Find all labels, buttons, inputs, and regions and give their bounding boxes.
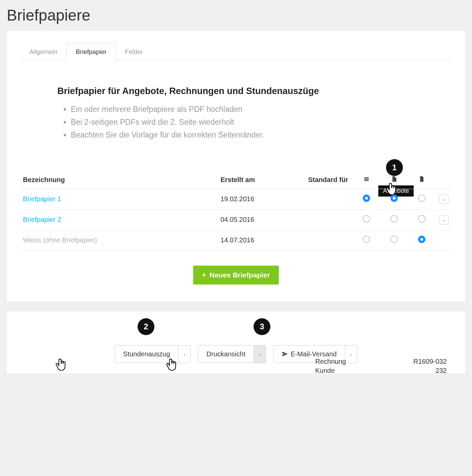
row-name-link[interactable]: Briefpapier 1 xyxy=(23,195,61,203)
col-standard: Standard für xyxy=(305,171,353,189)
tabs: Allgemein Briefpapier Felder xyxy=(20,43,452,61)
vorlage-link[interactable]: Vorlage xyxy=(131,130,158,139)
stundenauszug-button[interactable]: Stundenauszug ⌄ xyxy=(115,345,190,363)
intro-bullet: Ein oder mehrere Briefpapiere als PDF ho… xyxy=(71,104,354,115)
table-row: Weiss (ohne Briefpapier) 14.07.2016 xyxy=(20,230,452,250)
col-icon-stack xyxy=(353,171,380,189)
paper-plane-icon xyxy=(282,351,288,357)
intro-bullet: Beachten Sie die Vorlage für die korrekt… xyxy=(71,129,354,140)
tab-briefpapier[interactable]: Briefpapier xyxy=(66,43,116,61)
info-key: Rechnung xyxy=(315,358,346,365)
table-row: Briefpapier 1 19.02.2016 ⌄ xyxy=(20,189,452,209)
table-row: Briefpapier 2 04.05.2016 ⌄ xyxy=(20,209,452,230)
page-title: Briefpapiere xyxy=(0,0,472,31)
col-icon-offer xyxy=(380,171,408,189)
row-actions-toggle[interactable]: ⌄ xyxy=(439,195,448,204)
row-name-link[interactable]: Briefpapier 2 xyxy=(23,216,61,223)
radio-stack[interactable] xyxy=(363,195,370,202)
annotation-badge-2: 2 xyxy=(138,318,154,335)
stack-icon xyxy=(363,176,370,182)
druckansicht-button[interactable]: Druckansicht ⌄ xyxy=(198,345,266,363)
tab-allgemein[interactable]: Allgemein xyxy=(20,43,66,61)
plus-icon: + xyxy=(202,271,206,279)
row-created: 04.05.2016 xyxy=(218,209,305,230)
row-actions-toggle[interactable]: ⌄ xyxy=(439,215,448,225)
info-value: R1609-032 xyxy=(413,358,447,365)
radio-file[interactable] xyxy=(418,236,425,243)
radio-offer[interactable] xyxy=(390,236,398,243)
button-label: Druckansicht xyxy=(198,346,254,363)
briefpapier-card: Allgemein Briefpapier Felder Briefpapier… xyxy=(7,31,465,301)
button-label: Stundenauszug xyxy=(115,346,178,363)
radio-offer[interactable] xyxy=(390,215,398,222)
info-value: 232 xyxy=(436,367,447,373)
invoice-info: Rechnung R1609-032 Kunde 232 xyxy=(315,358,447,373)
chevron-down-icon[interactable]: ⌄ xyxy=(178,346,190,363)
briefpapier-table: Bezeichnung Erstellt am Standard für xyxy=(20,171,452,250)
radio-stack[interactable] xyxy=(363,236,370,243)
info-key: Kunde xyxy=(315,367,335,373)
col-icon-file xyxy=(408,171,436,189)
row-created: 14.07.2016 xyxy=(218,230,305,250)
annotation-badge-3: 3 xyxy=(254,318,270,335)
intro-heading: Briefpapier für Angebote, Rechnungen und… xyxy=(57,86,354,96)
radio-offer[interactable] xyxy=(390,195,398,202)
row-name: Weiss (ohne Briefpapier) xyxy=(23,236,97,244)
radio-stack[interactable] xyxy=(363,215,370,222)
file-icon xyxy=(418,176,425,182)
col-erstellt: Erstellt am xyxy=(218,171,305,189)
col-bezeichnung: Bezeichnung xyxy=(20,171,218,189)
cursor-annotation xyxy=(55,358,67,372)
chevron-down-icon[interactable]: ⌄ xyxy=(254,346,266,363)
offer-icon xyxy=(391,176,397,182)
intro-bullet: Bei 2-seitigen PDFs wird die 2. Seite wi… xyxy=(71,117,354,127)
radio-file[interactable] xyxy=(418,215,425,222)
intro-section: Briefpapier für Angebote, Rechnungen und… xyxy=(57,86,354,141)
row-created: 19.02.2016 xyxy=(218,189,305,209)
radio-file[interactable] xyxy=(418,195,425,202)
new-briefpapier-button[interactable]: +Neues Briefpapier xyxy=(193,266,279,285)
tab-felder[interactable]: Felder xyxy=(116,43,152,61)
bottom-panel: 2 3 Stundenauszug ⌄ Druckansicht ⌄ E-Mai… xyxy=(7,311,465,373)
